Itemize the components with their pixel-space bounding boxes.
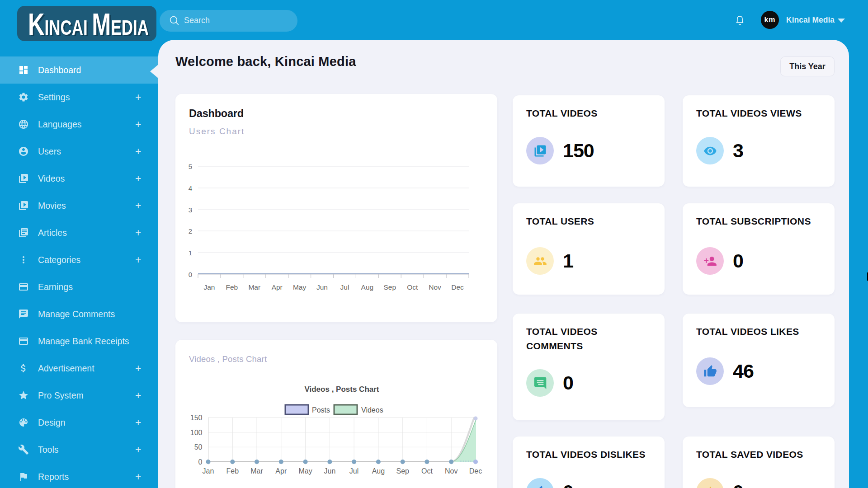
svg-text:Dec: Dec: [469, 467, 482, 475]
svg-text:100: 100: [190, 429, 203, 436]
svg-text:Feb: Feb: [226, 467, 239, 475]
svg-text:Mar: Mar: [248, 283, 260, 291]
svg-text:1: 1: [189, 249, 192, 257]
svg-text:Sep: Sep: [384, 283, 396, 291]
svg-text:Nov: Nov: [445, 467, 458, 475]
svg-text:Jan: Jan: [204, 283, 215, 291]
svg-text:2: 2: [189, 227, 192, 235]
svg-text:Jul: Jul: [349, 467, 359, 475]
svg-text:Nov: Nov: [429, 283, 441, 291]
svg-text:Videos: Videos: [361, 406, 383, 414]
svg-text:Jun: Jun: [316, 283, 328, 291]
svg-text:50: 50: [194, 443, 203, 451]
svg-text:5: 5: [189, 163, 192, 170]
svg-text:Oct: Oct: [421, 467, 433, 475]
svg-text:Mar: Mar: [250, 467, 263, 475]
svg-text:Jun: Jun: [324, 467, 336, 475]
svg-text:Videos , Posts Chart: Videos , Posts Chart: [304, 385, 379, 394]
svg-text:KINCAI MEDIA: KINCAI MEDIA: [28, 7, 149, 41]
svg-text:Dec: Dec: [451, 283, 464, 291]
svg-text:0: 0: [189, 271, 192, 278]
svg-text:Posts: Posts: [312, 406, 330, 414]
svg-text:Oct: Oct: [407, 283, 418, 291]
svg-text:4: 4: [189, 184, 192, 192]
svg-text:Apr: Apr: [272, 283, 283, 291]
svg-text:May: May: [293, 283, 307, 291]
svg-text:Jan: Jan: [203, 467, 214, 475]
svg-text:Jul: Jul: [340, 283, 349, 291]
svg-text:Aug: Aug: [372, 467, 385, 475]
svg-text:3: 3: [189, 206, 192, 214]
svg-text:0: 0: [198, 458, 203, 466]
svg-text:Aug: Aug: [361, 283, 374, 291]
svg-text:Sep: Sep: [396, 467, 409, 475]
svg-text:Apr: Apr: [275, 467, 287, 475]
svg-text:May: May: [298, 467, 312, 475]
svg-text:Feb: Feb: [226, 283, 238, 291]
svg-text:150: 150: [190, 414, 203, 422]
